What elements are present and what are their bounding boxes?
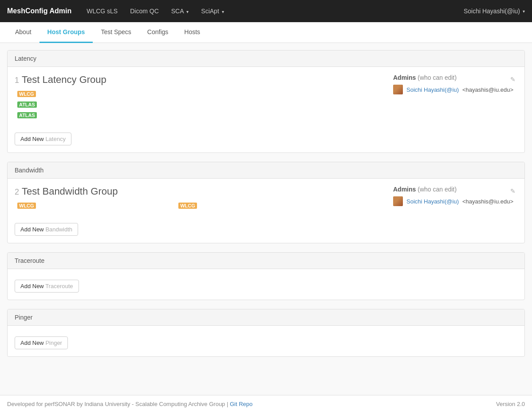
admin-avatar-bandwidth-1 — [393, 196, 403, 206]
host-text-3: HEPnet Canada OWAMP Server (tcp://ps-lat… — [39, 112, 209, 118]
group-row-2: 2Test Bandwidth Group WLCG GoeGrid bwctl… — [15, 186, 517, 212]
wlcg-badge-1: WLCG — [17, 91, 36, 97]
user-caret-icon: ▾ — [523, 9, 525, 14]
group-num-1: 1 — [15, 76, 19, 85]
host-tag-atlas-2: ATLAS HEPnet Canada OWAMP Server (tcp://… — [15, 111, 212, 119]
sca-caret-icon: ▾ — [185, 9, 189, 14]
group-entry-2: 2Test Bandwidth Group WLCG GoeGrid bwctl… — [15, 186, 517, 212]
admin-avatar-img-latency-1 — [393, 85, 403, 94]
navbar-username: Soichi Hayashi(@iu) — [464, 8, 520, 15]
host-text-2: ICEPP, The University of Tokyo OWAMP Ser… — [39, 102, 223, 108]
admin-name-bandwidth-1[interactable]: Soichi Hayashi(@iu) — [406, 198, 459, 205]
atlas-badge-1: ATLAS — [17, 102, 37, 108]
tab-configs[interactable]: Configs — [139, 22, 176, 43]
add-new-latency-button[interactable]: Add New Latency — [15, 133, 71, 145]
host-tags-latency: WLCG RRC-KI-T1 owamp (tcp://btw-lat.t1.g… — [15, 90, 393, 98]
tab-about[interactable]: About — [7, 22, 39, 43]
admins-bandwidth: Admins (who can edit) Soichi Hayashi(@iu… — [393, 186, 517, 206]
section-pinger-header: Pinger — [8, 309, 524, 326]
admin-name-latency-1[interactable]: Soichi Hayashi(@iu) — [406, 86, 459, 93]
add-new-traceroute-button[interactable]: Add New Traceroute — [15, 280, 79, 293]
host-text-bw-1: GoeGrid bwctl (tcp://perfsonar01.goegrid… — [38, 203, 171, 209]
group-title-2: 2Test Bandwidth Group — [15, 186, 393, 197]
footer: Developed for perfSONAR by Indiana Unive… — [0, 395, 532, 413]
atlas-badge-2: ATLAS — [17, 112, 37, 118]
section-bandwidth-header: Bandwidth — [8, 162, 524, 179]
navbar-item-sciapt[interactable]: SciApt ▾ — [195, 0, 230, 22]
section-traceroute-header: Traceroute — [8, 253, 524, 269]
section-traceroute-body: Add New Traceroute — [8, 269, 524, 300]
tabs-bar: About Host Groups Test Specs Configs Hos… — [0, 22, 532, 43]
host-tag-wlcg-bw-2: WLCG RRC-KI-T1 bwctl (tcp://btw-bw.t1.gr… — [176, 202, 321, 210]
footer-version: Version 2.0 — [496, 401, 525, 407]
wlcg-badge-bw-1: WLCG — [17, 203, 36, 209]
navbar-items: WLCG sLS Dicom QC SCA ▾ SciApt ▾ — [80, 0, 464, 22]
section-bandwidth-body: 2Test Bandwidth Group WLCG GoeGrid bwctl… — [8, 179, 524, 243]
group-name-1: Test Latency Group — [22, 74, 106, 85]
host-tag-wlcg-1: WLCG RRC-KI-T1 owamp (tcp://btw-lat.t1.g… — [15, 90, 162, 98]
section-latency-header: Latency — [8, 51, 524, 67]
group-left-1: 1Test Latency Group WLCG RRC-KI-T1 owamp… — [15, 74, 393, 122]
navbar-item-wlcgsls[interactable]: WLCG sLS — [80, 0, 124, 22]
admin-email-latency-1: <hayashis@iu.edu> — [462, 86, 513, 93]
group-num-2: 2 — [15, 187, 19, 196]
admin-entry-latency-1: Soichi Hayashi(@iu) <hayashis@iu.edu> — [393, 85, 517, 94]
group-row-1: 1Test Latency Group WLCG RRC-KI-T1 owamp… — [15, 74, 517, 122]
host-tag-atlas-1: ATLAS ICEPP, The University of Tokyo OWA… — [15, 101, 226, 109]
host-tags-bandwidth: WLCG GoeGrid bwctl (tcp://perfsonar01.go… — [15, 202, 393, 210]
navbar-brand[interactable]: MeshConfig Admin — [7, 7, 71, 15]
admins-bandwidth-title: Admins (who can edit) — [393, 186, 517, 193]
host-text-bw-2: RRC-KI-T1 bwctl (tcp://btw-bw.t1.grid.ki… — [199, 203, 319, 209]
git-repo-link[interactable]: Git Repo — [230, 401, 252, 407]
tab-test-specs[interactable]: Test Specs — [93, 22, 139, 43]
admins-latency-title: Admins (who can edit) — [393, 74, 517, 81]
section-pinger: Pinger Add New Pinger — [7, 309, 525, 357]
section-bandwidth: Bandwidth 2Test Bandwidth Group WLCG Goe… — [7, 162, 525, 243]
admin-avatar-latency-1 — [393, 85, 403, 94]
group-title-1: 1Test Latency Group — [15, 74, 393, 86]
section-latency: Latency 1Test Latency Group WLCG RRC-KI-… — [7, 50, 525, 153]
edit-icon-latency-1[interactable]: ✎ — [508, 74, 517, 85]
add-new-pinger-button[interactable]: Add New Pinger — [15, 336, 68, 349]
sciapt-caret-icon: ▾ — [221, 9, 224, 14]
navbar-item-dicomqc[interactable]: Dicom QC — [124, 0, 165, 22]
tab-hosts[interactable]: Hosts — [176, 22, 208, 43]
tab-host-groups[interactable]: Host Groups — [39, 22, 93, 43]
section-latency-body: 1Test Latency Group WLCG RRC-KI-T1 owamp… — [8, 67, 524, 152]
admin-entry-bandwidth-1: Soichi Hayashi(@iu) <hayashis@iu.edu> — [393, 196, 517, 206]
host-tags-latency-2: ATLAS ICEPP, The University of Tokyo OWA… — [15, 101, 393, 109]
navbar: MeshConfig Admin WLCG sLS Dicom QC SCA ▾… — [0, 0, 532, 22]
group-name-2: Test Bandwidth Group — [22, 186, 118, 197]
main-content: Latency 1Test Latency Group WLCG RRC-KI-… — [0, 43, 532, 395]
section-traceroute: Traceroute Add New Traceroute — [7, 252, 525, 300]
admin-email-bandwidth-1: <hayashis@iu.edu> — [462, 198, 513, 205]
admin-avatar-img-bandwidth-1 — [393, 196, 403, 206]
group-entry-1: 1Test Latency Group WLCG RRC-KI-T1 owamp… — [15, 74, 517, 122]
navbar-item-sca[interactable]: SCA ▾ — [165, 0, 195, 22]
navbar-user[interactable]: Soichi Hayashi(@iu) ▾ — [464, 8, 525, 15]
footer-left: Developed for perfSONAR by Indiana Unive… — [7, 401, 252, 407]
group-left-2: 2Test Bandwidth Group WLCG GoeGrid bwctl… — [15, 186, 393, 212]
add-new-bandwidth-button[interactable]: Add New Bandwidth — [15, 223, 78, 236]
edit-icon-bandwidth-1[interactable]: ✎ — [508, 186, 517, 196]
host-tags-latency-3: ATLAS HEPnet Canada OWAMP Server (tcp://… — [15, 111, 393, 119]
section-pinger-body: Add New Pinger — [8, 326, 524, 356]
wlcg-badge-bw-2: WLCG — [178, 203, 197, 209]
host-tag-wlcg-bw-1: WLCG GoeGrid bwctl (tcp://perfsonar01.go… — [15, 202, 173, 210]
host-text-1: RRC-KI-T1 owamp (tcp://btw-lat.t1.grid.k… — [38, 91, 159, 97]
admins-latency: Admins (who can edit) Soichi Hayashi(@iu… — [393, 74, 517, 94]
